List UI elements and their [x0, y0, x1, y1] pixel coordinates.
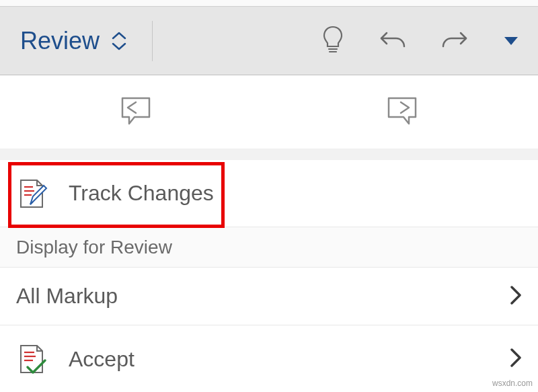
accept-button[interactable]: Accept [0, 325, 538, 392]
all-markup-label: All Markup [16, 284, 491, 309]
comment-navigation-row [0, 75, 538, 149]
separator-band [0, 149, 538, 160]
next-comment-button[interactable] [269, 75, 538, 149]
chevron-right-icon [510, 348, 522, 370]
ribbon-tab-selector[interactable]: Review [0, 7, 147, 75]
track-changes-label: Track Changes [69, 181, 522, 206]
undo-button[interactable] [363, 7, 424, 75]
track-changes-button[interactable]: Track Changes [0, 160, 538, 227]
chevron-right-icon [510, 285, 522, 308]
all-markup-button[interactable]: All Markup [0, 268, 538, 325]
document-edge [0, 0, 538, 7]
tell-me-button[interactable] [303, 7, 363, 75]
previous-comment-button[interactable] [0, 75, 269, 149]
lightbulb-icon [321, 25, 344, 57]
redo-icon [439, 26, 469, 56]
tab-selector-chevrons-icon [112, 32, 126, 50]
accept-label: Accept [69, 347, 491, 372]
watermark: wsxdn.com [492, 379, 533, 388]
previous-comment-icon [116, 94, 153, 130]
display-for-review-header: Display for Review [0, 227, 538, 268]
redo-button[interactable] [424, 7, 484, 75]
display-for-review-label: Display for Review [16, 237, 172, 258]
ribbon-tab-label: Review [20, 27, 100, 55]
next-comment-icon [385, 94, 422, 130]
ribbon-toolbar: Review [0, 7, 538, 75]
triangle-down-icon [504, 37, 518, 45]
toolbar-divider [152, 21, 153, 61]
track-changes-icon [16, 178, 50, 210]
undo-icon [379, 26, 408, 56]
accept-icon [16, 343, 50, 375]
toolbar-overflow-button[interactable] [484, 7, 538, 75]
